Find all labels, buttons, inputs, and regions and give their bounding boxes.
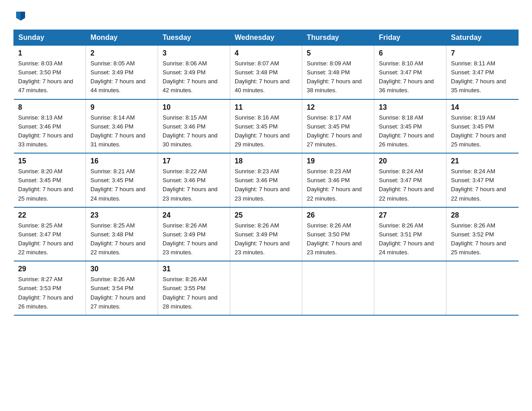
day-number: 8: [18, 103, 82, 111]
calendar-cell: 10 Sunrise: 8:15 AMSunset: 3:46 PMDaylig…: [158, 99, 230, 154]
calendar-cell: 19 Sunrise: 8:23 AMSunset: 3:46 PMDaylig…: [302, 153, 374, 207]
day-number: 4: [235, 49, 297, 57]
day-number: 30: [90, 265, 153, 273]
calendar-cell: 7 Sunrise: 8:11 AMSunset: 3:47 PMDayligh…: [446, 46, 519, 99]
calendar-cell: 2 Sunrise: 8:05 AMSunset: 3:49 PMDayligh…: [86, 46, 158, 99]
calendar-cell: 1 Sunrise: 8:03 AMSunset: 3:50 PMDayligh…: [14, 46, 86, 99]
calendar-cell: 21 Sunrise: 8:24 AMSunset: 3:47 PMDaylig…: [446, 153, 519, 207]
day-info: Sunrise: 8:26 AMSunset: 3:50 PMDaylight:…: [307, 221, 369, 257]
day-info: Sunrise: 8:26 AMSunset: 3:49 PMDaylight:…: [235, 221, 297, 257]
day-number: 18: [235, 157, 297, 165]
calendar-cell: 27 Sunrise: 8:26 AMSunset: 3:51 PMDaylig…: [374, 207, 446, 261]
day-info: Sunrise: 8:27 AMSunset: 3:53 PMDaylight:…: [18, 275, 82, 311]
day-info: Sunrise: 8:16 AMSunset: 3:45 PMDaylight:…: [235, 113, 297, 150]
header-monday: Monday: [86, 30, 158, 46]
calendar-cell: 22 Sunrise: 8:25 AMSunset: 3:47 PMDaylig…: [14, 207, 86, 261]
calendar-cell: 11 Sunrise: 8:16 AMSunset: 3:45 PMDaylig…: [230, 99, 302, 154]
calendar-cell: 4 Sunrise: 8:07 AMSunset: 3:48 PMDayligh…: [230, 46, 302, 99]
page-header: [13, 9, 519, 21]
day-info: Sunrise: 8:10 AMSunset: 3:47 PMDaylight:…: [379, 59, 442, 95]
day-info: Sunrise: 8:18 AMSunset: 3:45 PMDaylight:…: [379, 113, 442, 150]
day-info: Sunrise: 8:06 AMSunset: 3:49 PMDaylight:…: [163, 59, 225, 95]
day-info: Sunrise: 8:14 AMSunset: 3:46 PMDaylight:…: [90, 113, 153, 150]
day-info: Sunrise: 8:26 AMSunset: 3:52 PMDaylight:…: [451, 221, 514, 257]
calendar-week-row: 22 Sunrise: 8:25 AMSunset: 3:47 PMDaylig…: [14, 207, 519, 261]
day-number: 14: [451, 103, 514, 111]
calendar-table: SundayMondayTuesdayWednesdayThursdayFrid…: [13, 30, 519, 316]
calendar-week-row: 8 Sunrise: 8:13 AMSunset: 3:46 PMDayligh…: [14, 99, 519, 154]
header-saturday: Saturday: [446, 30, 519, 46]
calendar-cell: 25 Sunrise: 8:26 AMSunset: 3:49 PMDaylig…: [230, 207, 302, 261]
day-info: Sunrise: 8:23 AMSunset: 3:46 PMDaylight:…: [307, 167, 369, 203]
day-info: Sunrise: 8:26 AMSunset: 3:51 PMDaylight:…: [379, 221, 442, 257]
day-info: Sunrise: 8:24 AMSunset: 3:47 PMDaylight:…: [379, 167, 442, 203]
calendar-cell: 9 Sunrise: 8:14 AMSunset: 3:46 PMDayligh…: [86, 99, 158, 154]
day-info: Sunrise: 8:26 AMSunset: 3:55 PMDaylight:…: [163, 275, 225, 311]
day-info: Sunrise: 8:13 AMSunset: 3:46 PMDaylight:…: [18, 113, 82, 150]
calendar-cell: 16 Sunrise: 8:21 AMSunset: 3:45 PMDaylig…: [86, 153, 158, 207]
header-thursday: Thursday: [302, 30, 374, 46]
calendar-header-row: SundayMondayTuesdayWednesdayThursdayFrid…: [14, 30, 519, 46]
calendar-cell: 28 Sunrise: 8:26 AMSunset: 3:52 PMDaylig…: [446, 207, 519, 261]
header-friday: Friday: [374, 30, 446, 46]
day-info: Sunrise: 8:20 AMSunset: 3:45 PMDaylight:…: [18, 167, 82, 203]
calendar-cell: 17 Sunrise: 8:22 AMSunset: 3:46 PMDaylig…: [158, 153, 230, 207]
day-number: 21: [451, 157, 514, 165]
calendar-cell: 14 Sunrise: 8:19 AMSunset: 3:45 PMDaylig…: [446, 99, 519, 154]
day-info: Sunrise: 8:25 AMSunset: 3:48 PMDaylight:…: [90, 221, 153, 257]
day-number: 16: [90, 157, 153, 165]
day-number: 19: [307, 157, 369, 165]
calendar-cell: 3 Sunrise: 8:06 AMSunset: 3:49 PMDayligh…: [158, 46, 230, 99]
day-info: Sunrise: 8:21 AMSunset: 3:45 PMDaylight:…: [90, 167, 153, 203]
day-info: Sunrise: 8:17 AMSunset: 3:45 PMDaylight:…: [307, 113, 369, 150]
day-number: 11: [235, 103, 297, 111]
day-number: 10: [163, 103, 225, 111]
day-number: 17: [163, 157, 225, 165]
day-number: 31: [163, 265, 225, 273]
calendar-cell: 20 Sunrise: 8:24 AMSunset: 3:47 PMDaylig…: [374, 153, 446, 207]
day-number: 13: [379, 103, 442, 111]
calendar-week-row: 1 Sunrise: 8:03 AMSunset: 3:50 PMDayligh…: [14, 46, 519, 99]
calendar-cell: [446, 261, 519, 315]
day-info: Sunrise: 8:07 AMSunset: 3:48 PMDaylight:…: [235, 59, 297, 95]
day-number: 28: [451, 211, 514, 219]
calendar-cell: 29 Sunrise: 8:27 AMSunset: 3:53 PMDaylig…: [14, 261, 86, 315]
day-info: Sunrise: 8:24 AMSunset: 3:47 PMDaylight:…: [451, 167, 514, 203]
day-info: Sunrise: 8:19 AMSunset: 3:45 PMDaylight:…: [451, 113, 514, 150]
calendar-cell: 12 Sunrise: 8:17 AMSunset: 3:45 PMDaylig…: [302, 99, 374, 154]
day-info: Sunrise: 8:26 AMSunset: 3:54 PMDaylight:…: [90, 275, 153, 311]
day-number: 24: [163, 211, 225, 219]
day-info: Sunrise: 8:25 AMSunset: 3:47 PMDaylight:…: [18, 221, 82, 257]
day-number: 2: [90, 49, 153, 57]
calendar-cell: 15 Sunrise: 8:20 AMSunset: 3:45 PMDaylig…: [14, 153, 86, 207]
day-info: Sunrise: 8:09 AMSunset: 3:48 PMDaylight:…: [307, 59, 369, 95]
day-info: Sunrise: 8:05 AMSunset: 3:49 PMDaylight:…: [90, 59, 153, 95]
calendar-week-row: 15 Sunrise: 8:20 AMSunset: 3:45 PMDaylig…: [14, 153, 519, 207]
calendar-cell: [374, 261, 446, 315]
svg-marker-1: [21, 12, 25, 21]
day-info: Sunrise: 8:11 AMSunset: 3:47 PMDaylight:…: [451, 59, 514, 95]
day-number: 23: [90, 211, 153, 219]
calendar-cell: 6 Sunrise: 8:10 AMSunset: 3:47 PMDayligh…: [374, 46, 446, 99]
day-number: 26: [307, 211, 369, 219]
calendar-cell: 23 Sunrise: 8:25 AMSunset: 3:48 PMDaylig…: [86, 207, 158, 261]
calendar-cell: 31 Sunrise: 8:26 AMSunset: 3:55 PMDaylig…: [158, 261, 230, 315]
header-tuesday: Tuesday: [158, 30, 230, 46]
day-number: 9: [90, 103, 153, 111]
calendar-week-row: 29 Sunrise: 8:27 AMSunset: 3:53 PMDaylig…: [14, 261, 519, 315]
day-number: 20: [379, 157, 442, 165]
day-number: 25: [235, 211, 297, 219]
calendar-cell: [302, 261, 374, 315]
calendar-cell: 8 Sunrise: 8:13 AMSunset: 3:46 PMDayligh…: [14, 99, 86, 154]
day-info: Sunrise: 8:22 AMSunset: 3:46 PMDaylight:…: [163, 167, 225, 203]
day-number: 7: [451, 49, 514, 57]
calendar-cell: 13 Sunrise: 8:18 AMSunset: 3:45 PMDaylig…: [374, 99, 446, 154]
day-number: 22: [18, 211, 82, 219]
day-number: 5: [307, 49, 369, 57]
day-info: Sunrise: 8:26 AMSunset: 3:49 PMDaylight:…: [163, 221, 225, 257]
day-info: Sunrise: 8:23 AMSunset: 3:46 PMDaylight:…: [235, 167, 297, 203]
day-info: Sunrise: 8:15 AMSunset: 3:46 PMDaylight:…: [163, 113, 225, 150]
day-number: 1: [18, 49, 82, 57]
day-number: 29: [18, 265, 82, 273]
calendar-cell: [230, 261, 302, 315]
